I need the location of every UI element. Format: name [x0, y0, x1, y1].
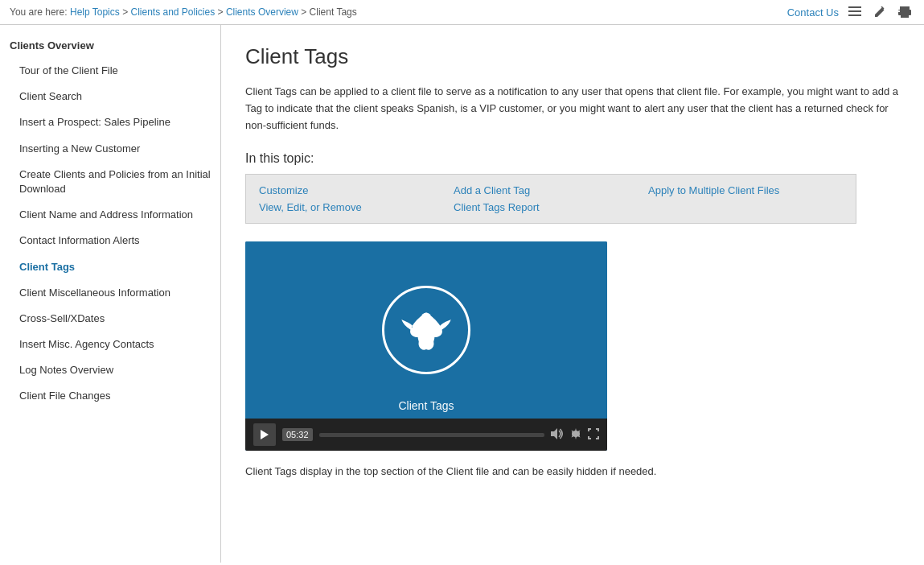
sidebar: Clients Overview Tour of the Client File… [0, 25, 221, 563]
settings-icon[interactable] [570, 428, 581, 442]
link-apply-multiple[interactable]: Apply to Multiple Client Files [648, 184, 779, 196]
topic-links-row-1: Customize Add a Client Tag Apply to Mult… [259, 184, 843, 196]
breadcrumb-current: Client Tags [310, 6, 357, 18]
sidebar-item-create-clients[interactable]: Create Clients and Policies from an Init… [0, 162, 220, 202]
topic-link-empty [648, 201, 843, 213]
main-content: Client Tags Client Tags can be applied t… [221, 25, 924, 563]
svg-rect-5 [901, 14, 909, 18]
sidebar-item-contact-alerts[interactable]: Contact Information Alerts [0, 228, 220, 254]
svg-rect-2 [848, 14, 861, 16]
svg-point-7 [908, 11, 910, 13]
sidebar-item-prospect[interactable]: Insert a Prospect: Sales Pipeline [0, 109, 220, 135]
fullscreen-icon[interactable] [588, 428, 599, 442]
svg-rect-1 [848, 10, 861, 12]
svg-rect-6 [898, 10, 900, 12]
sidebar-item-inserting-customer[interactable]: Inserting a New Customer [0, 136, 220, 162]
breadcrumb-clients-overview[interactable]: Clients Overview [226, 6, 298, 18]
breadcrumb: You are here: Help Topics > Clients and … [10, 6, 357, 18]
contact-us-link[interactable]: Contact Us [787, 6, 839, 19]
list-icon-button[interactable] [845, 5, 864, 19]
sidebar-item-file-changes[interactable]: Client File Changes [0, 383, 220, 409]
video-container: Client Tags 05:32 [245, 241, 607, 451]
link-add-client-tag[interactable]: Add a Client Tag [454, 184, 530, 196]
in-this-topic-label: In this topic: [245, 151, 900, 166]
sidebar-section-title: Clients Overview [0, 35, 220, 58]
sidebar-item-client-tags[interactable]: Client Tags [0, 254, 220, 280]
sidebar-item-insert-misc[interactable]: Insert Misc. Agency Contacts [0, 332, 220, 357]
sidebar-item-log-notes[interactable]: Log Notes Overview [0, 357, 220, 383]
volume-icon[interactable] [551, 428, 564, 442]
svg-rect-0 [848, 6, 861, 8]
topic-links-row-2: View, Edit, or Remove Client Tags Report [259, 201, 843, 213]
bird-icon [398, 306, 454, 354]
layout: Clients Overview Tour of the Client File… [0, 25, 924, 563]
link-view-edit-remove[interactable]: View, Edit, or Remove [259, 201, 362, 213]
intro-text: Client Tags can be applied to a client f… [245, 84, 900, 134]
video-controls: 05:32 [245, 419, 607, 451]
topic-link-view-edit: View, Edit, or Remove [259, 201, 454, 213]
breadcrumb-help-topics[interactable]: Help Topics [70, 6, 120, 18]
video-logo-circle [382, 286, 470, 374]
play-button[interactable] [253, 423, 276, 446]
top-actions: Contact Us [787, 5, 914, 19]
page-title: Client Tags [245, 44, 900, 69]
time-badge: 05:32 [282, 428, 313, 441]
video-title-overlay: Client Tags [398, 399, 454, 412]
caption-text: Client Tags display in the top section o… [245, 464, 900, 480]
sidebar-item-name-address[interactable]: Client Name and Address Information [0, 202, 220, 228]
svg-rect-3 [900, 6, 910, 10]
print-icon-button[interactable] [895, 5, 914, 19]
sidebar-item-tour[interactable]: Tour of the Client File [0, 58, 220, 84]
svg-marker-11 [551, 428, 557, 439]
edit-icon-button[interactable] [871, 5, 889, 19]
sidebar-item-cross-sell[interactable]: Cross-Sell/XDates [0, 306, 220, 332]
sidebar-item-client-search[interactable]: Client Search [0, 84, 220, 109]
sidebar-item-misc-info[interactable]: Client Miscellaneous Information [0, 280, 220, 306]
svg-marker-10 [261, 430, 269, 439]
link-customize[interactable]: Customize [259, 184, 308, 196]
svg-point-8 [418, 323, 435, 348]
video-main[interactable]: Client Tags [245, 241, 607, 419]
progress-bar[interactable] [319, 433, 544, 437]
topic-link-add-tag: Add a Client Tag [454, 184, 648, 196]
breadcrumb-clients-policies[interactable]: Clients and Policies [130, 6, 215, 18]
breadcrumb-prefix: You are here: [10, 6, 68, 18]
top-bar: You are here: Help Topics > Clients and … [0, 0, 924, 25]
topic-link-customize: Customize [259, 184, 454, 196]
topic-link-apply-multiple: Apply to Multiple Client Files [648, 184, 843, 196]
topic-link-tags-report: Client Tags Report [454, 201, 648, 213]
topic-links-grid: Customize Add a Client Tag Apply to Mult… [245, 174, 856, 224]
link-client-tags-report[interactable]: Client Tags Report [454, 201, 540, 213]
